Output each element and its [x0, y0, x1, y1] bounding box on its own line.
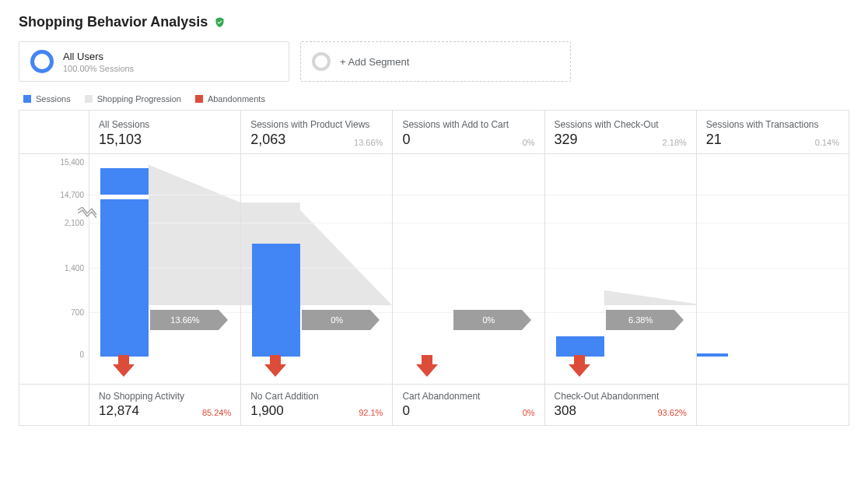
- segment-ring-empty-icon: [312, 52, 331, 71]
- stage-plot-4: [697, 154, 849, 357]
- stage-header-3[interactable]: Sessions with Check-Out 329 2.18%: [545, 111, 697, 154]
- stage-plot-3: 6.38%: [545, 154, 697, 357]
- legend-abandon[interactable]: Abandonments: [195, 94, 265, 104]
- down-arrow-icon: [569, 364, 590, 377]
- yaxis-header: [19, 111, 89, 154]
- swatch-grey-icon: [85, 95, 93, 103]
- abandon-arrow-4: [697, 357, 849, 385]
- add-segment-label: + Add Segment: [340, 56, 409, 68]
- swatch-blue-icon: [23, 95, 31, 103]
- progression-arrow: 6.38%: [606, 310, 684, 330]
- session-bar: [100, 168, 149, 357]
- abandon-cell-4: [697, 385, 849, 425]
- add-segment-button[interactable]: + Add Segment: [300, 41, 571, 82]
- session-bar: [556, 336, 604, 357]
- session-bar: [697, 353, 728, 357]
- segment-ring-icon: [30, 50, 54, 73]
- legend: Sessions Shopping Progression Abandonmen…: [19, 94, 849, 104]
- ytick: 0: [79, 350, 84, 359]
- stage-header-2[interactable]: Sessions with Add to Cart 0 0%: [393, 111, 544, 154]
- ytick: 1,400: [65, 263, 84, 272]
- yaxis-ab: [19, 385, 89, 425]
- progression-arrow: 13.66%: [150, 310, 228, 330]
- legend-progression[interactable]: Shopping Progression: [85, 94, 181, 104]
- page-title: Shopping Behavior Analysis: [19, 14, 208, 30]
- svg-marker-0: [149, 165, 240, 306]
- progression-arrow: 0%: [453, 310, 531, 330]
- abandon-arrow-0: [89, 357, 241, 385]
- progression-arrow: 0%: [302, 310, 380, 330]
- yaxis-arrowrow: [19, 357, 89, 385]
- legend-sessions[interactable]: Sessions: [23, 94, 71, 104]
- down-arrow-icon: [264, 364, 286, 377]
- segment-sublabel: 100.00% Sessions: [63, 64, 134, 73]
- abandon-arrow-1: [241, 357, 393, 385]
- ytick: 15,400: [60, 158, 84, 167]
- ytick: 700: [71, 308, 84, 316]
- segment-label: All Users: [63, 51, 134, 62]
- stage-plot-1: 0%: [241, 154, 393, 357]
- progression-shape: [545, 154, 696, 305]
- down-arrow-icon: [416, 364, 438, 377]
- abandon-cell-2[interactable]: Cart Abandonment 0 0%: [393, 385, 544, 425]
- segment-row: All Users 100.00% Sessions + Add Segment: [19, 41, 849, 82]
- ytick: 2,100: [65, 219, 84, 227]
- abandon-arrow-3: [545, 357, 697, 385]
- verified-shield-icon: [214, 16, 226, 28]
- abandon-cell-0[interactable]: No Shopping Activity 12,874 85.24%: [89, 385, 241, 425]
- abandon-cell-3[interactable]: Check-Out Abandonment 308 93.62%: [545, 385, 697, 425]
- funnel-chart: All Sessions 15,103 Sessions with Produc…: [19, 110, 849, 426]
- stage-header-4[interactable]: Sessions with Transactions 21 0.14%: [697, 111, 849, 154]
- ytick: 14,700: [60, 191, 84, 199]
- session-bar: [252, 244, 300, 357]
- abandon-arrow-2: [393, 357, 544, 385]
- y-axis: 15,400 14,700 2,100 1,400 700 0: [19, 154, 89, 357]
- down-arrow-icon: [113, 364, 135, 377]
- page-header: Shopping Behavior Analysis: [19, 14, 849, 30]
- stage-header-0[interactable]: All Sessions 15,103: [89, 111, 241, 154]
- abandon-cell-1[interactable]: No Cart Addition 1,900 92.1%: [241, 385, 393, 425]
- stage-header-1[interactable]: Sessions with Product Views 2,063 13.66%: [241, 111, 393, 154]
- segment-all-users[interactable]: All Users 100.00% Sessions: [19, 41, 289, 82]
- swatch-red-icon: [195, 95, 203, 103]
- stage-plot-0: 13.66%: [89, 154, 241, 357]
- svg-marker-2: [604, 290, 695, 305]
- stage-plot-2: 0%: [393, 154, 544, 357]
